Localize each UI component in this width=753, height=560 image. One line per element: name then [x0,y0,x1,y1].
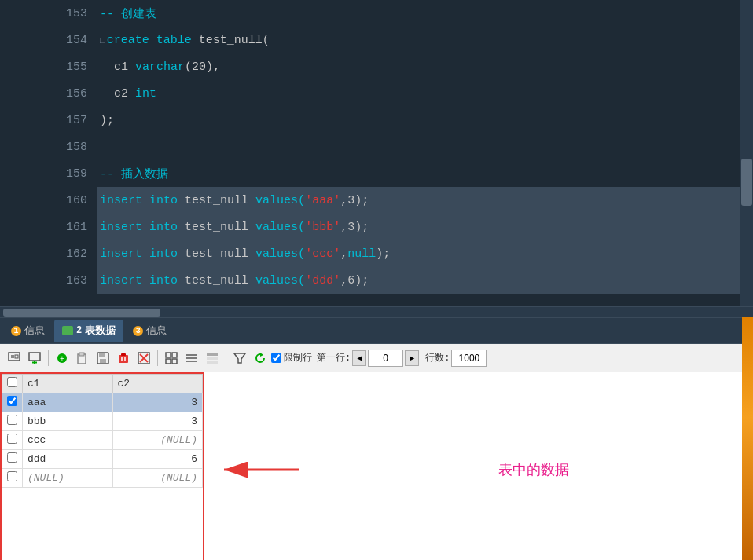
col-c2-header: c2 [112,375,203,393]
row-checkbox[interactable] [7,452,17,463]
cell-c2[interactable]: 3 [112,393,203,412]
svg-rect-12 [100,359,106,363]
clear-button[interactable] [134,349,153,368]
select-all-checkbox[interactable] [7,377,17,387]
code-line-156: 156 c2 int [0,80,753,107]
bottom-panel: 1 信息 2 表数据 3 信息 + [0,317,753,560]
row-checkbox-cell[interactable] [2,469,23,488]
svg-marker-31 [260,353,263,357]
code-line-161: 161 insert into test_null values('bbb',3… [0,214,753,240]
vertical-scrollbar[interactable] [740,0,753,306]
tab-info-3[interactable]: 3 信息 [125,320,174,342]
row-checkbox-cell[interactable] [2,393,23,412]
code-editor[interactable]: 153 -- 创建表 154 □create table test_null( … [0,0,753,306]
row-checkbox-cell[interactable] [2,450,23,469]
svg-rect-1 [11,355,14,358]
svg-rect-23 [172,359,177,364]
line-content [97,134,753,160]
cell-c1[interactable]: ccc [23,431,113,450]
row-checkbox[interactable] [7,434,17,444]
svg-rect-28 [207,357,218,360]
filter-button[interactable] [230,349,249,368]
line-number: 162 [0,240,97,267]
table-row[interactable]: bbb 3 [2,412,203,431]
line-number: 163 [0,267,97,294]
cell-c1[interactable]: aaa [23,393,113,412]
svg-rect-13 [119,355,128,363]
svg-rect-20 [166,353,171,357]
code-line-158: 158 [0,134,753,160]
data-toolbar: + 限制行 [0,344,753,372]
data-table-container: c1 c2 aaa 3 bbb 3 [0,372,753,560]
code-line-157: 157 ); [0,107,753,134]
line-content: c1 varchar(20), [97,53,753,80]
arrow-svg [212,454,307,485]
scroll-thumb[interactable] [741,159,752,206]
table-row[interactable]: aaa 3 [2,393,203,412]
row-checkbox[interactable] [7,396,17,406]
table-row[interactable]: ccc (NULL) [2,431,203,450]
table-header-row: c1 c2 [2,375,203,393]
copy-row-button[interactable]: + [53,349,72,368]
data-table: c1 c2 aaa 3 bbb 3 [2,374,203,488]
sep3 [226,350,226,366]
row-checkbox[interactable] [7,471,17,481]
line-content: insert into test_null values('ccc',null)… [97,240,753,267]
line-number: 153 [0,0,97,27]
sep2 [157,350,158,366]
prev-page-button[interactable]: ◀ [352,350,366,366]
limit-check-input[interactable] [271,353,281,363]
line-content: insert into test_null values('bbb',3); [97,214,753,240]
cell-c1[interactable]: (NULL) [23,469,113,488]
row-count-input[interactable] [451,350,487,367]
code-line-153: 153 -- 创建表 [0,0,753,27]
row-checkbox-cell[interactable] [2,431,23,450]
line-number: 161 [0,214,97,240]
cell-c1[interactable]: bbb [23,412,113,431]
table-row[interactable]: ddd 6 [2,450,203,469]
delete-button[interactable] [114,349,133,368]
info-icon: 1 [11,326,21,336]
add-row-button[interactable] [5,349,24,368]
refresh-button[interactable] [251,349,270,368]
code-line-162: 162 insert into test_null values('ccc',n… [0,240,753,267]
form-view-button[interactable] [203,349,222,368]
line-content: insert into test_null values('aaa',3); [97,187,753,214]
select-all-header[interactable] [2,375,23,393]
save-button[interactable] [94,349,112,368]
grid-view-button[interactable] [162,349,181,368]
line-number: 160 [0,187,97,214]
data-area: c1 c2 aaa 3 bbb 3 [0,372,753,560]
list-view-button[interactable] [182,349,201,368]
tab-info-1[interactable]: 1 信息 [3,320,53,342]
cell-c2[interactable]: 6 [112,450,203,469]
svg-rect-29 [207,361,218,364]
insert-row-button[interactable] [25,349,44,368]
tab-table-data[interactable]: 2 表数据 [54,320,123,342]
line-content: -- 创建表 [97,0,753,27]
svg-rect-3 [29,353,40,361]
svg-rect-14 [121,353,126,356]
tab-label: 表数据 [85,324,116,338]
table-row[interactable]: (NULL) (NULL) [2,469,203,488]
cell-c1[interactable]: ddd [23,450,113,469]
row-checkbox[interactable] [7,415,17,425]
sep1 [48,350,49,366]
next-page-button[interactable]: ▶ [405,350,419,366]
code-line-155: 155 c1 varchar(20), [0,53,753,80]
paste-button[interactable] [73,349,92,368]
cell-c2[interactable]: (NULL) [112,469,203,488]
tabs-bar: 1 信息 2 表数据 3 信息 [0,317,753,344]
cell-c2[interactable]: (NULL) [112,431,203,450]
first-row-input[interactable] [368,350,403,367]
svg-text:+: + [60,354,64,363]
svg-rect-9 [79,353,84,356]
row-checkbox-cell[interactable] [2,412,23,431]
tab-number: 2 [76,325,82,336]
h-scroll-thumb[interactable] [3,309,160,317]
horizontal-scrollbar[interactable] [0,306,753,317]
cell-c2[interactable]: 3 [112,412,203,431]
side-scrollbar[interactable] [742,317,753,560]
limit-checkbox[interactable]: 限制行 [271,351,312,364]
first-row-label: 第一行: [317,351,351,364]
